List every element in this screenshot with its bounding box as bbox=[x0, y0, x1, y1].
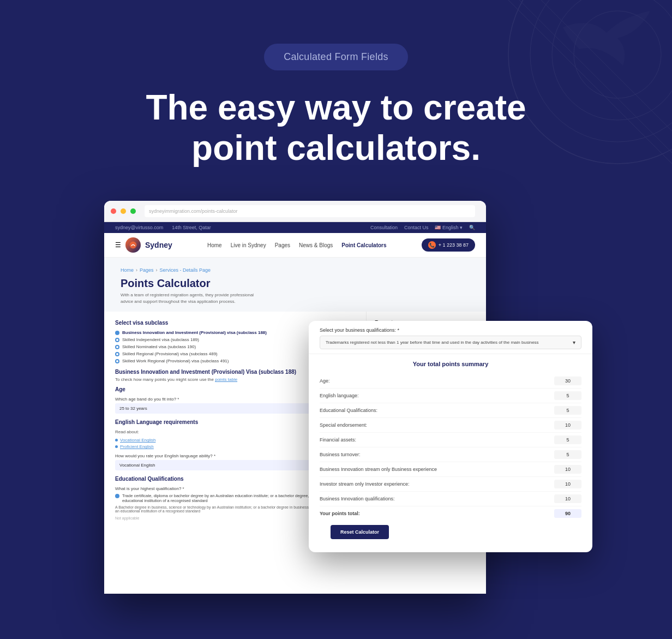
visa-option-4[interactable]: Skilled Regional (Provisional) visa (sub… bbox=[122, 351, 218, 356]
summary-row-age: Age: 30 bbox=[320, 374, 581, 389]
nav-links: Home Live in Sydney Pages News & Blogs P… bbox=[207, 242, 387, 248]
radio-visa-5[interactable] bbox=[115, 359, 119, 363]
bullet-2 bbox=[115, 445, 118, 448]
summary-row-investor: Investor stream only Investor experience… bbox=[320, 477, 581, 492]
brand-name: Sydney bbox=[145, 241, 172, 249]
summary-row-english: English language: 5 bbox=[320, 389, 581, 403]
nav-phone[interactable]: 📞 + 1 223 38 87 bbox=[422, 238, 475, 252]
browser-url-bar: sydneyimmigration.com/points-calculator bbox=[145, 205, 475, 217]
nav-live[interactable]: Live in Sydney bbox=[231, 242, 266, 248]
link-vocational[interactable]: Vocational English bbox=[120, 438, 155, 443]
summary-row-edu: Educational Qualifications: 5 bbox=[320, 403, 581, 418]
calc-select-dropdown[interactable]: Trademarks registered not less than 1 ye… bbox=[320, 336, 581, 349]
site-navbar: ☰ Sydney Home Live in Sydney Pages News … bbox=[104, 233, 486, 258]
topbar-contact[interactable]: Contact Us bbox=[404, 225, 429, 230]
page-description: With a team of registered migration agen… bbox=[121, 292, 257, 305]
calculator-overlay-card: Select your business qualifications: * T… bbox=[309, 321, 592, 552]
summary-row-special: Special endorsement: 10 bbox=[320, 418, 581, 433]
radio-visa-2[interactable] bbox=[115, 338, 119, 342]
calc-select-label: Select your business qualifications: * bbox=[320, 327, 581, 333]
visa-option-2[interactable]: Skilled Independent visa (subclass 189) bbox=[122, 337, 199, 342]
browser-minimize-dot bbox=[121, 208, 126, 214]
topbar-search-icon[interactable]: 🔍 bbox=[469, 225, 475, 230]
nav-calculators[interactable]: Point Calculators bbox=[341, 242, 386, 248]
nav-news[interactable]: News & Blogs bbox=[299, 242, 333, 248]
topbar-language[interactable]: 🇺🇸 English ▾ bbox=[435, 225, 463, 230]
page-title: Points Calculator bbox=[121, 277, 470, 290]
summary-row-bi-experience: Business Innovation stream only Business… bbox=[320, 462, 581, 477]
summary-section: Your total points summary Age: 30 Englis… bbox=[309, 354, 592, 552]
visa-option-1[interactable]: Business Innovation and Investment (Prov… bbox=[122, 330, 267, 335]
brand-logo bbox=[125, 237, 141, 253]
browser-close-dot bbox=[111, 208, 116, 214]
breadcrumb-home[interactable]: Home bbox=[121, 267, 134, 273]
reset-calculator-button[interactable]: Reset Calculator bbox=[331, 525, 389, 539]
link-proficient[interactable]: Proficient English bbox=[120, 444, 154, 449]
radio-visa-4[interactable] bbox=[115, 352, 119, 356]
visa-option-5[interactable]: Skilled Work Regional (Provisional) visa… bbox=[122, 359, 229, 363]
summary-row-turnover: Business turnover: 5 bbox=[320, 447, 581, 462]
breadcrumb-current: Services - Details Page bbox=[160, 267, 211, 273]
summary-row-financial: Financial assets: 5 bbox=[320, 433, 581, 447]
hero-title: The easy way to create point calculators… bbox=[145, 88, 527, 168]
bullet-1 bbox=[115, 439, 118, 441]
hamburger-icon[interactable]: ☰ bbox=[115, 241, 121, 249]
summary-rows: Age: 30 English language: 5 Educational … bbox=[320, 374, 581, 521]
radio-visa-1[interactable] bbox=[115, 331, 119, 335]
topbar-email: sydney@virtusso.com bbox=[115, 225, 163, 230]
summary-row-bi-qualifications: Business Innovation qualifications: 10 bbox=[320, 492, 581, 506]
summary-row-total: Your points total: 90 bbox=[320, 506, 581, 521]
feature-badge: Calculated Form Fields bbox=[264, 44, 408, 70]
breadcrumb: Home › Pages › Services - Details Page bbox=[121, 267, 470, 273]
breadcrumb-pages[interactable]: Pages bbox=[140, 267, 154, 273]
nav-home[interactable]: Home bbox=[207, 242, 222, 248]
topbar-address: 14th Street, Qatar bbox=[172, 225, 211, 230]
radio-edu-1[interactable] bbox=[115, 494, 119, 498]
browser-topbar: sydneyimmigration.com/points-calculator bbox=[104, 201, 486, 222]
calc-header: Select your business qualifications: * T… bbox=[309, 321, 592, 354]
browser-maximize-dot bbox=[130, 208, 136, 214]
summary-title: Your total points summary bbox=[320, 361, 581, 367]
topbar-consultation[interactable]: Consultation bbox=[370, 225, 398, 230]
radio-visa-3[interactable] bbox=[115, 345, 119, 349]
nav-pages[interactable]: Pages bbox=[275, 242, 290, 248]
visa-option-3[interactable]: Skilled Nominated visa (subclass 190) bbox=[122, 344, 196, 349]
site-topbar: sydney@virtusso.com 14th Street, Qatar C… bbox=[104, 222, 486, 233]
